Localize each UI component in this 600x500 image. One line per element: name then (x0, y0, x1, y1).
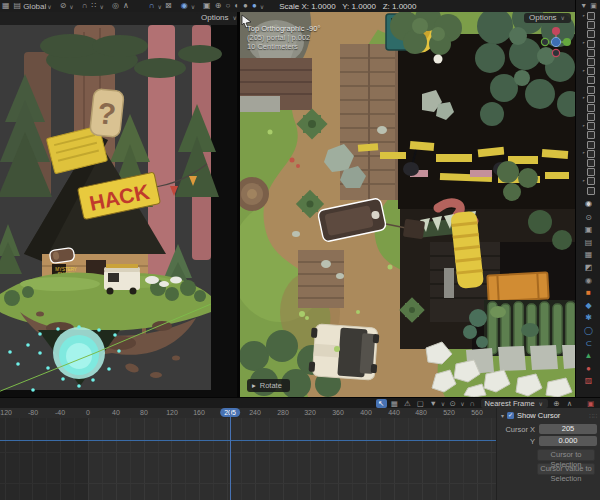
outliner-rows[interactable]: ‣‣‣‣‣‣‣ (582, 13, 595, 194)
snap-magnet-icon[interactable]: ∩ (80, 0, 90, 12)
view-layer-tab-icon[interactable]: ▦ (584, 251, 594, 259)
outliner-object-row[interactable] (582, 169, 595, 175)
physics-tab-icon[interactable]: ◯ (584, 327, 594, 335)
editor-type-icon[interactable]: ▦ (0, 0, 12, 12)
modifiers-tab-icon[interactable]: ◆ (584, 302, 594, 310)
snap-target-icon[interactable]: ∷ (90, 0, 99, 12)
outliner-properties-strip: ▼ ▣ ‣‣‣‣‣‣‣ ◉ ⊙▣▤▦◩◉■◆✱◯⊂▲●▨ (575, 0, 600, 397)
scene-tab-icon[interactable]: ◩ (584, 264, 594, 272)
outliner-object-row[interactable] (582, 114, 595, 120)
world-tab-icon[interactable]: ◉ (584, 277, 594, 285)
outliner-object-row[interactable] (582, 59, 595, 65)
object-tab-icon[interactable]: ■ (584, 289, 594, 297)
show-errors-icon[interactable]: ⚠ (402, 399, 413, 408)
gizmo-axis-x-neg (541, 38, 548, 45)
outliner-object-row[interactable] (582, 77, 595, 83)
outliner-object-row[interactable] (582, 50, 595, 56)
expand-arrow-icon (582, 51, 585, 54)
outliner-object-row[interactable] (582, 188, 595, 194)
outliner-object-row[interactable] (582, 87, 595, 93)
mode-icon[interactable]: ▤ (12, 0, 24, 12)
snap-mode-dropdown[interactable]: Nearest Frame ∨ (481, 399, 548, 408)
particles-tab-icon[interactable]: ✱ (584, 314, 594, 322)
texture-tab-icon[interactable]: ▨ (584, 377, 594, 385)
options-button[interactable]: Options ∨ (524, 13, 571, 23)
active-tool-tab-icon[interactable]: ⊙ (584, 214, 594, 222)
outliner-object-row[interactable] (582, 142, 595, 148)
cursor-to-selection-button[interactable]: Cursor to Selection (537, 449, 595, 461)
outliner-object-row[interactable] (582, 160, 595, 166)
falloff-dropdown-icon[interactable]: ∧ (564, 399, 575, 408)
show-cursor-checkbox[interactable]: ✓ (507, 412, 514, 419)
viewport-3d-perspective[interactable]: HACK ? MYSTERY SHACK (0, 12, 237, 397)
chevron-down-icon: ∨ (440, 400, 446, 407)
outliner-object-row[interactable] (582, 31, 595, 37)
orientation-dropdown[interactable]: Global ∨ (23, 2, 53, 11)
navigation-gizmo[interactable] (540, 26, 572, 58)
outliner-object-row[interactable]: ‣ (582, 96, 595, 102)
shading-mode-group[interactable]: ○◐●● (223, 0, 258, 12)
outliner-object-row[interactable] (582, 22, 595, 28)
panel-grip-icon[interactable]: ∷∷ (589, 412, 597, 419)
outliner-object-row[interactable]: ‣ (582, 123, 595, 129)
selected-object-outline (49, 247, 75, 263)
viewport-divider[interactable] (237, 12, 240, 397)
proportional-editing-icon[interactable]: ◎ (110, 0, 121, 12)
close-editor-icon[interactable]: ▣ (585, 399, 596, 408)
outliner-object-row[interactable]: ‣ (582, 13, 595, 19)
expand-arrow-icon (582, 162, 585, 165)
output-tab-icon[interactable]: ▤ (584, 239, 594, 247)
pivot-point-icon[interactable]: ⊙ (447, 399, 458, 408)
ruler-tick: 400 (360, 409, 372, 416)
mesh-object-icon (587, 104, 595, 112)
outliner-object-row[interactable] (582, 132, 595, 138)
xray-toggle-icon[interactable]: ⊕ (213, 0, 224, 12)
transform-options-icon[interactable]: ⊠ (163, 0, 174, 12)
cursor-x-field[interactable]: 205 (539, 424, 597, 434)
outliner-object-row[interactable]: ‣ (582, 151, 595, 157)
cursor-x-label: Cursor X (501, 425, 535, 434)
show-hidden-icon[interactable]: ▦ (389, 399, 400, 408)
filter-icon[interactable]: ▼ (580, 2, 587, 10)
options-button[interactable]: Options ∨ (196, 13, 243, 23)
snap-toggle-icon[interactable]: ∩ (147, 0, 157, 12)
shading-ball-icon[interactable]: ○ (223, 0, 232, 12)
collapse-arrow-icon[interactable]: ▾ (501, 412, 504, 419)
outliner-object-row[interactable]: ‣ (582, 41, 595, 47)
collection-icon[interactable]: ▣ (590, 2, 597, 10)
person-icon[interactable]: ◉ (585, 199, 592, 208)
mesh-object-icon (587, 21, 595, 29)
ghost-curves-icon[interactable]: ▢ (415, 399, 426, 408)
outliner-object-row[interactable]: ‣ (582, 68, 595, 74)
proportional-editing-icon[interactable]: ⊕ (551, 399, 562, 408)
cursor-value-to-selection-button[interactable]: Cursor Value to Selection (537, 463, 595, 475)
falloff-icon[interactable]: ∧ (121, 0, 131, 12)
mesh-object-icon (587, 113, 595, 121)
mesh-object-icon (587, 168, 595, 176)
mesh-object-icon (587, 150, 595, 158)
material-tab-icon[interactable]: ● (584, 365, 594, 373)
filter-icon[interactable]: ▼ (428, 399, 439, 408)
operator-redo-panel[interactable]: ▸ Rotate (247, 379, 290, 392)
snap-magnet-icon[interactable]: ∩ (467, 399, 478, 408)
expand-arrow-icon: ▸ (252, 381, 256, 390)
only-show-selected-icon[interactable]: ↖ (376, 399, 387, 408)
gizmo-dropdown-icon[interactable]: ◉ (179, 0, 190, 12)
viewport-3d-top-orthographic[interactable]: Top Orthographic -90° (205) portal | p.0… (240, 12, 575, 397)
outliner-object-row[interactable]: ‣ (582, 178, 595, 184)
shading-ball-icon[interactable]: ◐ (232, 0, 241, 12)
playhead-line[interactable] (230, 408, 232, 500)
question-sign: ? (90, 89, 125, 138)
shading-ball-icon[interactable]: ● (250, 0, 259, 12)
object-data-tab-icon[interactable]: ▲ (584, 352, 594, 360)
constraints-tab-icon[interactable]: ⊂ (584, 340, 594, 348)
shading-ball-icon[interactable]: ● (241, 0, 250, 12)
ruler-tick: -80 (28, 409, 38, 416)
outliner-object-row[interactable] (582, 105, 595, 111)
pivot-point-icon[interactable]: ⊘ (58, 0, 69, 12)
expand-arrow-icon (582, 171, 585, 174)
expand-arrow-icon (582, 106, 585, 109)
cursor-y-field[interactable]: 0.000 (539, 436, 597, 446)
render-tab-icon[interactable]: ▣ (584, 226, 594, 234)
overlays-icon[interactable]: ▣ (201, 0, 213, 12)
